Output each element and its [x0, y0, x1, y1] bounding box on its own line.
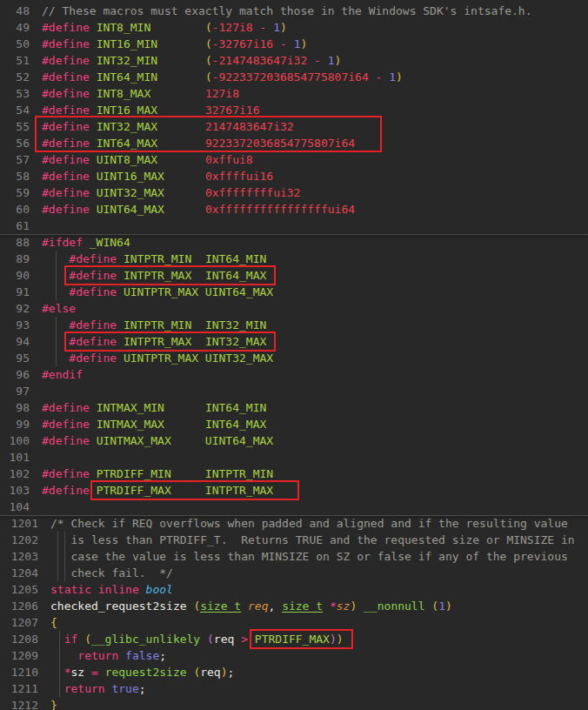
code-text: #define UINT32_MAX 0xffffffffui32 — [42, 184, 300, 201]
code-text: // These macros must exactly match those… — [42, 3, 532, 19]
code-line[interactable]: 1208 if (__glibc_unlikely (req > PTRDIFF… — [0, 631, 588, 647]
line-number: 93 — [0, 317, 42, 333]
code-line[interactable]: 61 — [0, 218, 588, 234]
line-number: 54 — [0, 102, 42, 118]
code-line[interactable]: 1206checked_request2size (size_t req, si… — [0, 598, 588, 614]
code-text: #define INT64_MAX 9223372036854775807i64 — [42, 135, 355, 151]
code-section-checked-request2size: 1201/* Check if REQ overflows when padde… — [0, 515, 588, 710]
code-line[interactable]: 57#define UINT8_MAX 0xffui8 — [0, 151, 588, 168]
line-number: 1211 — [0, 680, 50, 697]
code-line[interactable]: 51#define INT32_MIN (-2147483647i32 - 1) — [0, 52, 588, 69]
code-line[interactable]: 98#define INTMAX_MIN INT64_MIN — [0, 399, 588, 416]
line-number: 1203 — [0, 548, 50, 565]
code-text: #define INT64_MIN (-9223372036854775807i… — [42, 69, 403, 85]
line-number: 101 — [0, 449, 42, 466]
code-text: #endif — [42, 366, 83, 383]
code-line[interactable]: 60#define UINT64_MAX 0xffffffffffffffffu… — [0, 201, 588, 218]
code-line[interactable]: 93 #define INTPTR_MIN INT32_MIN — [0, 317, 588, 333]
code-line[interactable]: 1201/* Check if REQ overflows when padde… — [0, 515, 588, 532]
code-line[interactable]: 95 #define UINTPTR_MAX UINT32_MAX — [0, 350, 588, 366]
line-number: 91 — [0, 284, 42, 300]
code-text: /* Check if REQ overflows when padded an… — [50, 515, 568, 532]
code-text: return true; — [50, 680, 146, 697]
line-number: 1202 — [0, 532, 50, 548]
line-number: 1205 — [0, 581, 50, 598]
code-line[interactable]: 99#define INTMAX_MAX INT64_MAX — [0, 416, 588, 432]
code-line[interactable]: 52#define INT64_MIN (-922337203685477580… — [0, 69, 588, 85]
line-number: 59 — [0, 184, 42, 201]
indent-guide — [56, 317, 57, 366]
code-line[interactable]: 1207{ — [0, 614, 588, 631]
code-line[interactable]: 97 — [0, 383, 588, 399]
code-section-intptr-macros: 88#ifdef _WIN6489 #define INTPTR_MIN INT… — [0, 234, 588, 515]
code-text: #define INT16_MAX 32767i16 — [42, 102, 260, 118]
code-text: #define UINT64_MAX 0xffffffffffffffffui6… — [42, 201, 355, 218]
code-line[interactable]: 103#define PTRDIFF_MAX INTPTR_MAX — [0, 482, 588, 499]
line-number: 95 — [0, 350, 42, 366]
code-text: #define INT8_MAX 127i8 — [42, 85, 239, 102]
code-line[interactable]: 58#define UINT16_MAX 0xffffui16 — [0, 168, 588, 184]
line-number: 48 — [0, 3, 42, 19]
code-line[interactable]: 59#define UINT32_MAX 0xffffffffui32 — [0, 184, 588, 201]
line-number: 100 — [0, 432, 42, 449]
code-line[interactable]: 1209 return false; — [0, 647, 588, 664]
line-number: 52 — [0, 69, 42, 85]
code-text: case the value is less than MINSIZE on S… — [50, 548, 568, 565]
code-line[interactable]: 1210 *sz = request2size (req); — [0, 664, 588, 680]
code-line[interactable]: 53#define INT8_MAX 127i8 — [0, 85, 588, 102]
code-line[interactable]: 91 #define UINTPTR_MAX UINT64_MAX — [0, 284, 588, 300]
code-text: *sz = request2size (req); — [50, 664, 234, 680]
section-separator — [0, 515, 588, 516]
line-number: 102 — [0, 466, 42, 482]
code-line[interactable]: 50#define INT16_MIN (-32767i16 - 1) — [0, 36, 588, 52]
line-number: 94 — [0, 333, 42, 350]
code-line[interactable]: 1204 check fail. */ — [0, 565, 588, 581]
code-text: } — [50, 697, 57, 710]
code-text: #define INTPTR_MAX INT64_MAX — [42, 267, 266, 284]
code-text: checked_request2size (size_t req, size_t… — [50, 598, 452, 614]
code-text: #define UINTMAX_MAX UINT64_MAX — [42, 432, 273, 449]
code-line[interactable]: 1202 is less than PTRDIFF_T. Returns TRU… — [0, 532, 588, 548]
code-text: if (__glibc_unlikely (req > PTRDIFF_MAX)… — [50, 631, 344, 647]
indent-guide — [57, 532, 58, 581]
line-number: 1204 — [0, 565, 50, 581]
code-text: { — [50, 614, 57, 631]
code-line[interactable]: 104 — [0, 499, 588, 515]
code-line[interactable]: 1212} — [0, 697, 588, 710]
code-line[interactable]: 56#define INT64_MAX 9223372036854775807i… — [0, 135, 588, 151]
code-line[interactable]: 1211 return true; — [0, 680, 588, 697]
line-number: 90 — [0, 267, 42, 284]
code-line[interactable]: 1203 case the value is less than MINSIZE… — [0, 548, 588, 565]
code-text: #define UINT8_MAX 0xffui8 — [42, 151, 253, 168]
line-number: 55 — [0, 118, 42, 135]
code-text: #define PTRDIFF_MAX INTPTR_MAX — [42, 482, 273, 499]
code-line[interactable]: 54#define INT16_MAX 32767i16 — [0, 102, 588, 118]
line-number: 99 — [0, 416, 42, 432]
line-number: 103 — [0, 482, 42, 499]
code-line[interactable]: 89 #define INTPTR_MIN INT64_MIN — [0, 251, 588, 267]
code-text: #define INTPTR_MAX INT32_MAX — [42, 333, 266, 350]
code-line[interactable]: 88#ifdef _WIN64 — [0, 234, 588, 251]
code-line[interactable]: 90 #define INTPTR_MAX INT64_MAX — [0, 267, 588, 284]
code-line[interactable]: 92#else — [0, 300, 588, 317]
code-line[interactable]: 100#define UINTMAX_MAX UINT64_MAX — [0, 432, 588, 449]
code-text: #define INTPTR_MIN INT64_MIN — [42, 251, 266, 267]
line-number: 57 — [0, 151, 42, 168]
code-text: #define INTPTR_MIN INT32_MIN — [42, 317, 266, 333]
line-number: 51 — [0, 52, 42, 69]
code-text: #define INTMAX_MIN INT64_MIN — [42, 399, 266, 416]
line-number: 60 — [0, 201, 42, 218]
line-number: 1209 — [0, 647, 50, 664]
line-number: 1207 — [0, 614, 50, 631]
code-line[interactable]: 94 #define INTPTR_MAX INT32_MAX — [0, 333, 588, 350]
code-text: is less than PTRDIFF_T. Returns TRUE and… — [50, 532, 575, 548]
code-line[interactable]: 102#define PTRDIFF_MIN INTPTR_MIN — [0, 466, 588, 482]
code-line[interactable]: 55#define INT32_MAX 2147483647i32 — [0, 118, 588, 135]
code-line[interactable]: 96#endif — [0, 366, 588, 383]
code-line[interactable]: 49#define INT8_MIN (-127i8 - 1) — [0, 19, 588, 36]
code-text: #else — [42, 300, 76, 317]
code-line[interactable]: 48// These macros must exactly match tho… — [0, 3, 588, 19]
code-text: check fail. */ — [50, 565, 173, 581]
code-line[interactable]: 1205static inline bool — [0, 581, 588, 598]
code-line[interactable]: 101 — [0, 449, 588, 466]
